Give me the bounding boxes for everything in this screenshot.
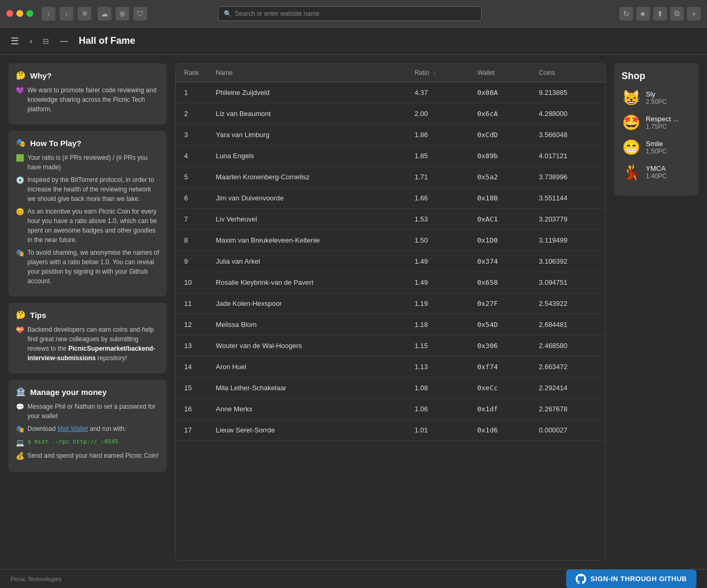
name-cell: Jade Kolen-Hexspoor: [207, 293, 406, 314]
shop-item-name: Sly: [646, 90, 667, 98]
rank-cell: 8: [176, 230, 207, 251]
wallet-cell: 0x18B: [469, 188, 530, 209]
address-text: Search or enter website name: [235, 10, 319, 17]
mask-icon: 🎭: [16, 138, 26, 148]
coins-cell: 2.663472: [530, 356, 605, 378]
coins-cell: 2.267678: [530, 399, 605, 420]
rank-cell: 6: [176, 188, 207, 209]
tab-layout-button[interactable]: ⊞: [78, 7, 91, 21]
htp-item-3: 😊 As an incentive you earn Picnic Coin f…: [16, 207, 159, 245]
wallet-cell: 0x54D: [469, 314, 530, 335]
why-list: 💜 We want to promote fairer code reviewi…: [16, 85, 159, 114]
share-button[interactable]: ☁: [98, 7, 111, 21]
shop-item-price: 2.50PC: [646, 98, 667, 105]
page-title: Hall of Fame: [79, 35, 135, 46]
search-icon: 🔍: [224, 10, 232, 17]
coins-cell: 3.738996: [530, 167, 605, 188]
back-nav-button[interactable]: ‹: [27, 34, 34, 48]
code-icon: 💻: [16, 438, 24, 448]
wallet-header: Wallet: [469, 64, 530, 82]
window-button[interactable]: ⧉: [670, 7, 684, 21]
name-cell: Mila Lether-Schakelaar: [207, 378, 406, 399]
mist-wallet-link[interactable]: Mist Wallet: [58, 425, 88, 432]
coins-cell: 3.566048: [530, 124, 605, 146]
rank-cell: 10: [176, 272, 207, 293]
manage-money-card: 🏦 Manage your money 💬 Message Phil or Na…: [8, 380, 167, 472]
shop-item-price: 1.50PC: [646, 148, 667, 155]
wallet-cell: 0xAC1: [469, 209, 530, 230]
shop-item[interactable]: 💃 YMCA 1.40PC: [622, 163, 691, 181]
close-button[interactable]: [6, 10, 13, 17]
right-sidebar: Shop 😸 Sly 2.50PC 🤩 Respect ... 1.75PC 😁…: [614, 63, 699, 561]
leaderboard-table: Rank Name Ratio ↓ Wallet Coins 1 Philein…: [176, 64, 605, 441]
wallet-cell: 0xf74: [469, 356, 530, 378]
shop-item[interactable]: 😸 Sly 2.50PC: [622, 89, 691, 107]
minus-button[interactable]: —: [58, 34, 70, 48]
table-row: 15 Mila Lether-Schakelaar 1.08 0xeCc 2.2…: [176, 378, 605, 399]
shop-item-name: YMCA: [646, 165, 667, 172]
wallet-cell: 0x1d6: [469, 420, 530, 441]
ratio-cell: 1.18: [406, 314, 469, 335]
tips-list: 💝 Backend developers can earn coins and …: [16, 325, 159, 363]
ratio-header[interactable]: Ratio ↓: [406, 64, 469, 82]
ratio-cell: 1.85: [406, 146, 469, 167]
hamburger-icon[interactable]: ☰: [11, 35, 19, 47]
htp-item-2: 💿 Inspired by the BitTorrent protocol, i…: [16, 175, 159, 204]
table-row: 11 Jade Kolen-Hexspoor 1.19 0x27F 2.5439…: [176, 293, 605, 314]
minimize-button[interactable]: [16, 10, 23, 17]
shop-item[interactable]: 🤩 Respect ... 1.75PC: [622, 114, 691, 131]
rank-header: Rank: [176, 64, 207, 82]
browser-toolbar-right: ↻ ★ ⬆ ⧉ +: [619, 7, 701, 21]
name-cell: Anne Merkx: [207, 399, 406, 420]
tab-icon-button[interactable]: ⊟: [43, 37, 49, 45]
shop-item-info: Smile 1.50PC: [646, 140, 667, 155]
table-row: 14 Aron Huel 1.13 0xf74 2.663472: [176, 356, 605, 378]
shop-item-price: 1.40PC: [646, 172, 667, 180]
htp-item-4: 🎭 To avoid shaming, we anonymise the nam…: [16, 248, 159, 286]
name-cell: Lieuw Seret-Sorrde: [207, 420, 406, 441]
share-arrow-button[interactable]: ⬆: [653, 7, 667, 21]
table-row: 9 Julia van Arkel 1.49 0x374 3.106392: [176, 251, 605, 272]
rank-cell: 11: [176, 293, 207, 314]
wallet-cell: 0xeCc: [469, 378, 530, 399]
coins-cell: 4.017121: [530, 146, 605, 167]
shield-button[interactable]: 🛡: [133, 7, 147, 21]
signin-label: SIGN-IN THROUGH GITHUB: [590, 575, 687, 583]
rank-cell: 14: [176, 356, 207, 378]
shop-items: 😸 Sly 2.50PC 🤩 Respect ... 1.75PC 😁 Smil…: [622, 89, 691, 181]
name-cell: Yara van Limburg: [207, 124, 406, 146]
github-signin-button[interactable]: SIGN-IN THROUGH GITHUB: [566, 570, 696, 589]
rank-cell: 1: [176, 82, 207, 103]
back-button[interactable]: ‹: [42, 7, 55, 21]
ratio-cell: 1.86: [406, 124, 469, 146]
table-scroll[interactable]: Rank Name Ratio ↓ Wallet Coins 1 Philein…: [176, 64, 605, 441]
anon-icon: 🎭: [16, 248, 24, 258]
table-row: 6 Jim van Duivenvoorde 1.66 0x18B 3.5511…: [176, 188, 605, 209]
rank-cell: 3: [176, 124, 207, 146]
ratio-cell: 2.00: [406, 103, 469, 124]
rank-cell: 13: [176, 335, 207, 356]
wallet-cell: 0x5a2: [469, 167, 530, 188]
table-row: 12 Melissa Blom 1.18 0x54D 2.684481: [176, 314, 605, 335]
maximize-button[interactable]: [26, 10, 33, 17]
forward-button[interactable]: ›: [60, 7, 73, 21]
tips-title: 🤔 Tips: [16, 310, 159, 320]
bookmark-button[interactable]: ★: [636, 7, 650, 21]
wallet-cell: 0x374: [469, 251, 530, 272]
htp-item-1: 🟩 Your ratio is (# PRs reviewed) / (# PR…: [16, 153, 159, 172]
ratio-cell: 1.49: [406, 272, 469, 293]
shop-item[interactable]: 😁 Smile 1.50PC: [622, 139, 691, 156]
shop-item-info: Sly 2.50PC: [646, 90, 667, 105]
wallet-cell: 0x658: [469, 272, 530, 293]
add-tab-button[interactable]: +: [687, 7, 701, 21]
traffic-lights: [6, 10, 33, 17]
address-bar[interactable]: 🔍 Search or enter website name: [218, 6, 482, 21]
coins-cell: 3.551144: [530, 188, 605, 209]
coins-header: Coins: [530, 64, 605, 82]
ratio-icon: 🟩: [16, 153, 24, 163]
main-layout: 🤔 Why? 💜 We want to promote fairer code …: [0, 55, 707, 569]
coins-cell: 2.292414: [530, 378, 605, 399]
refresh-button[interactable]: ↻: [619, 7, 633, 21]
shop-item-info: YMCA 1.40PC: [646, 165, 667, 180]
extension-button[interactable]: ⊕: [116, 7, 129, 21]
